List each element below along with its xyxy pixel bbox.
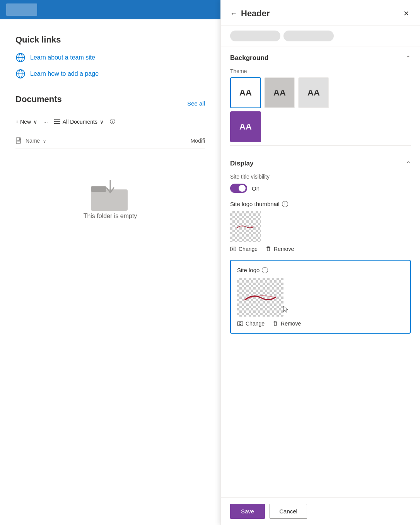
swatch-text: AA	[239, 122, 252, 132]
site-logo-remove-btn[interactable]: Remove	[272, 320, 301, 327]
panel-title-row: ← Header	[230, 9, 270, 19]
quick-links-title: Quick links	[15, 35, 205, 45]
site-title-visibility-label: Site title visibility	[230, 174, 411, 180]
site-logo-thumbnail-section: Site logo thumbnail i Change	[230, 201, 411, 252]
car-logo-svg	[235, 223, 256, 230]
thumbnail-preview	[230, 211, 261, 242]
svg-rect-6	[54, 119, 60, 120]
theme-swatch-dark[interactable]: AA	[298, 77, 329, 108]
tab-1[interactable]	[230, 31, 280, 41]
panel-footer: Save Cancel	[221, 497, 420, 525]
info-button[interactable]: ⓘ	[110, 118, 115, 125]
tab-2[interactable]	[283, 31, 334, 41]
site-logo-actions: Change Remove	[237, 320, 404, 327]
name-col: Name ∨	[26, 138, 46, 144]
trash-icon	[272, 320, 278, 327]
svg-rect-15	[230, 247, 236, 251]
svg-point-16	[232, 248, 234, 250]
theme-grid: AA AA AA AA	[230, 77, 411, 142]
new-button[interactable]: + New ∨	[15, 119, 37, 125]
swatch-text: AA	[273, 88, 286, 98]
swatch-text: AA	[307, 88, 320, 98]
display-chevron-btn[interactable]: ⌃	[406, 160, 411, 167]
display-label: Display	[230, 160, 253, 167]
top-bar	[0, 0, 220, 19]
background-label: Background	[230, 54, 268, 62]
svg-point-19	[239, 323, 241, 325]
panel-title: Header	[241, 9, 270, 19]
svg-rect-7	[54, 121, 60, 122]
documents-header: Documents See all	[15, 94, 205, 112]
quick-links-list: Learn about a team site Learn how to add…	[15, 53, 205, 79]
toggle-knob	[239, 185, 246, 192]
globe-icon	[15, 53, 26, 63]
panel-header: ← Header ✕	[221, 0, 420, 26]
svg-rect-20	[274, 322, 277, 326]
quick-link-label: Learn about a team site	[30, 54, 95, 61]
more-label: ···	[43, 119, 48, 125]
thumbnail-remove-btn[interactable]: Remove	[265, 246, 294, 252]
list-item[interactable]: Learn how to add a page	[15, 69, 205, 79]
tab-bar	[221, 26, 420, 46]
list-item[interactable]: Learn about a team site	[15, 53, 205, 63]
svg-rect-8	[54, 123, 60, 124]
all-docs-button[interactable]: All Documents ∨	[54, 119, 104, 125]
left-content: Quick links Learn about a team site Lear…	[0, 19, 220, 525]
new-chevron: ∨	[33, 119, 37, 125]
site-logo-card: Site logo i Change	[230, 260, 411, 334]
site-logo-change-btn[interactable]: Change	[237, 320, 265, 327]
empty-folder: This folder is empty	[15, 155, 205, 243]
more-button[interactable]: ···	[43, 119, 48, 125]
close-button[interactable]: ✕	[402, 8, 411, 19]
site-title-toggle[interactable]	[230, 184, 247, 193]
empty-folder-icon	[89, 178, 131, 213]
theme-swatch-purple[interactable]: AA	[230, 111, 261, 142]
toggle-row: On	[230, 184, 411, 193]
trash-icon	[265, 246, 271, 252]
thumbnail-info-icon[interactable]: i	[282, 201, 288, 207]
docs-col-header: Name ∨ Modifi	[15, 135, 205, 147]
left-panel: Quick links Learn about a team site Lear…	[0, 0, 220, 525]
list-icon	[54, 119, 60, 125]
svg-rect-18	[237, 322, 243, 326]
toggle-on-label: On	[252, 185, 260, 192]
all-docs-label: All Documents	[63, 119, 97, 125]
site-logo-title: Site logo i	[237, 267, 404, 273]
all-docs-chevron: ∨	[100, 119, 104, 125]
file-icon	[15, 137, 22, 144]
site-logo-preview	[237, 278, 283, 317]
info-label: ⓘ	[110, 118, 115, 125]
change-icon	[230, 246, 236, 252]
theme-swatch-gray[interactable]: AA	[264, 77, 295, 108]
docs-toolbar: + New ∨ ··· All Documents ∨ ⓘ	[15, 118, 205, 130]
top-bar-logo	[6, 3, 37, 16]
empty-folder-text: This folder is empty	[84, 213, 137, 220]
change-icon	[237, 320, 243, 327]
back-arrow-icon[interactable]: ←	[230, 10, 237, 18]
thumbnail-change-btn[interactable]: Change	[230, 246, 258, 252]
theme-label: Theme	[230, 68, 411, 74]
modified-col: Modifi	[191, 138, 205, 144]
documents-title: Documents	[15, 94, 62, 104]
col-divider	[15, 148, 205, 148]
quick-link-label: Learn how to add a page	[30, 70, 99, 77]
see-all-link[interactable]: See all	[187, 100, 205, 107]
globe-icon	[15, 69, 26, 79]
section-divider	[230, 145, 411, 146]
swatch-text: AA	[239, 88, 252, 98]
site-logo-thumbnail-title: Site logo thumbnail i	[230, 201, 411, 207]
panel-body: Background ⌃ Theme AA AA AA AA Dis	[221, 46, 420, 497]
site-logo-svg	[242, 292, 279, 303]
new-label: + New	[15, 119, 31, 125]
svg-rect-13	[91, 186, 106, 192]
theme-swatch-light[interactable]: AA	[230, 77, 261, 108]
background-chevron-btn[interactable]: ⌃	[406, 55, 411, 62]
right-panel: ← Header ✕ Background ⌃ Theme AA AA AA	[220, 0, 420, 525]
thumbnail-logo-actions: Change Remove	[230, 246, 411, 252]
display-section-header: Display ⌃	[230, 152, 411, 174]
background-section-header: Background ⌃	[230, 46, 411, 68]
svg-rect-17	[267, 247, 270, 251]
save-button[interactable]: Save	[230, 504, 265, 519]
site-logo-info-icon[interactable]: i	[262, 267, 268, 273]
cancel-button[interactable]: Cancel	[270, 504, 307, 519]
